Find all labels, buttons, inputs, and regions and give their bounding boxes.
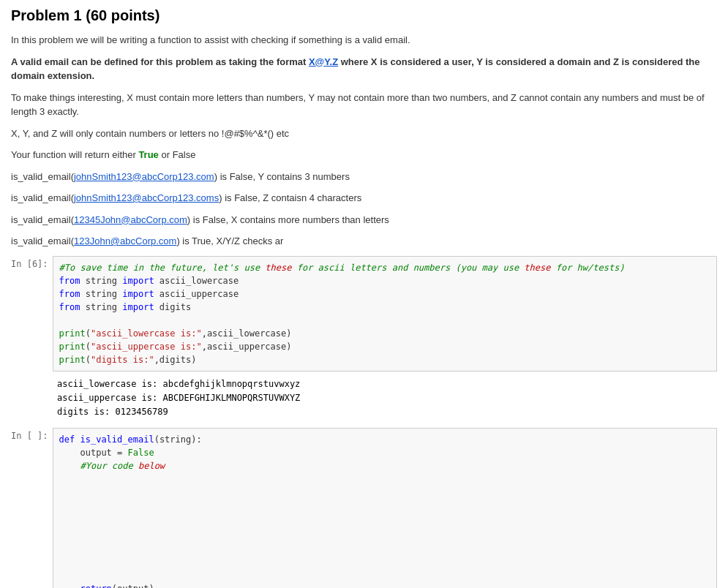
cell1-label: In [6]: <box>11 256 53 269</box>
rule3-paragraph: Your function will return either True or… <box>11 148 717 162</box>
example3-link[interactable]: 12345John@abcCorp.com <box>74 214 187 225</box>
rule2-paragraph: X, Y, and Z will only contain numbers or… <box>11 127 717 141</box>
xyz-link[interactable]: X@Y.Z <box>309 56 338 67</box>
problem-description: In this problem we will be writing a fun… <box>11 33 717 249</box>
cell1: In [6]: #To save time in the future, let… <box>11 256 717 372</box>
example2-link[interactable]: johnSmith123@abcCorp123.coms <box>74 192 219 203</box>
example2: is_valid_email(johnSmith123@abcCorp123.c… <box>11 191 717 206</box>
output-line1: ascii_lowercase is: abcdefghijklmnopqrst… <box>57 377 711 391</box>
example4: is_valid_email(123John@abcCorp.com) is T… <box>11 234 717 249</box>
page-title: Problem 1 (60 points) <box>11 7 717 24</box>
intro-paragraph: In this problem we will be writing a fun… <box>11 33 717 48</box>
cell1-print1: print("ascii_lowercase is:",ascii_lowerc… <box>59 327 710 340</box>
cell2-output-line: output = False <box>59 446 710 459</box>
cell2-return: return(output) <box>59 582 710 588</box>
cell2: In [ ]: def is_valid_email(string): outp… <box>11 428 717 588</box>
cell1-print3: print("digits is:",digits) <box>59 353 710 366</box>
output-line2: ascii_uppercase is: ABCDEFGHIJKLMNOPQRST… <box>57 391 711 405</box>
example1-link[interactable]: johnSmith123@abcCorp123.com <box>74 171 214 182</box>
cell1-code[interactable]: #To save time in the future, let's use t… <box>53 256 717 372</box>
example4-link[interactable]: 123John@abcCorp.com <box>74 235 176 246</box>
cell2-def: def is_valid_email(string): <box>59 433 710 446</box>
cell2-label: In [ ]: <box>11 428 53 441</box>
cell1-line2: from string import ascii_uppercase <box>59 287 710 301</box>
cell1-comment: #To save time in the future, let's use t… <box>59 261 710 274</box>
cell1-output: ascii_lowercase is: abcdefghijklmnopqrst… <box>51 374 717 423</box>
cell2-code[interactable]: def is_valid_email(string): output = Fal… <box>53 428 717 588</box>
output-line3: digits is: 0123456789 <box>57 405 711 419</box>
cell1-line1: from string import ascii_lowercase <box>59 274 710 287</box>
example1: is_valid_email(johnSmith123@abcCorp123.c… <box>11 170 717 184</box>
cell1-print2: print("ascii_uppercase is:",ascii_upperc… <box>59 340 710 353</box>
definition-paragraph: A valid email can be defined for this pr… <box>11 55 717 83</box>
cell2-comment: #Your code below <box>59 459 710 472</box>
cell1-line3: from string import digits <box>59 301 710 314</box>
rule1-paragraph: To make things interesting, X must conta… <box>11 91 717 119</box>
example3: is_valid_email(12345John@abcCorp.com) is… <box>11 213 717 227</box>
page-container: Problem 1 (60 points) In this problem we… <box>0 0 728 588</box>
